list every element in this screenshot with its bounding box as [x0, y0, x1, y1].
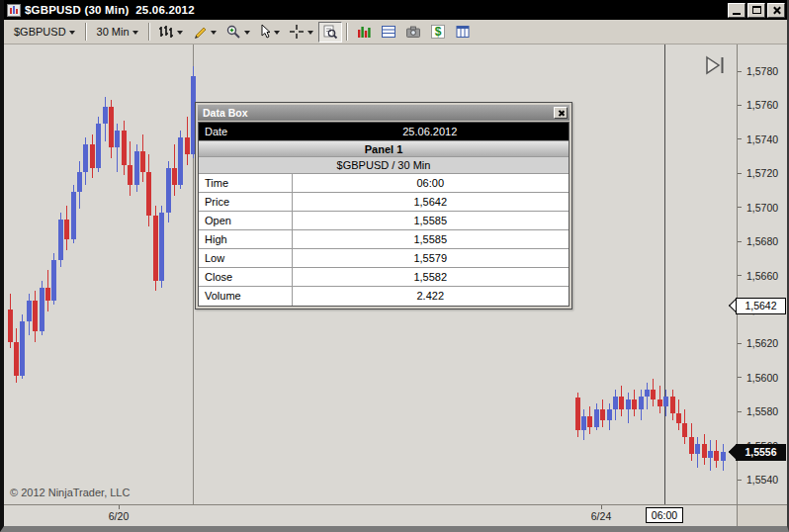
bar-body	[14, 342, 19, 376]
databox-field-row: Time 06:00	[199, 174, 569, 193]
cursor-time-marker: 06:00	[646, 507, 683, 523]
date-label: Date	[199, 123, 292, 140]
marker-price-label: 1,5642	[736, 298, 786, 314]
account-button[interactable]: $	[426, 22, 450, 43]
bar-body	[58, 220, 63, 260]
snapshot-button[interactable]	[401, 22, 425, 43]
time-axis-tick	[119, 505, 120, 509]
price-tick-label: 1,5720	[746, 167, 778, 179]
bar-body	[8, 310, 13, 342]
toolbar-separator	[346, 23, 348, 41]
field-value: 06:00	[292, 174, 570, 192]
columns-button[interactable]	[451, 22, 475, 43]
title-bar[interactable]: $GBPUSD (30 Min) 25.06.2012	[4, 0, 787, 20]
field-label: Close	[199, 268, 292, 286]
bar-body	[587, 416, 592, 426]
crosshair-price-marker: 1,5642	[730, 298, 787, 314]
copyright-label: © 2012 NinjaTrader, LLC	[10, 487, 130, 498]
window-title: $GBPUSD (30 Min) 25.06.2012	[25, 4, 726, 16]
price-tick	[738, 207, 742, 208]
chart-panel-button[interactable]	[352, 22, 376, 43]
price-axis[interactable]: 1,57801,57601,57401,57201,57001,56801,56…	[737, 44, 787, 504]
field-label: Volume	[199, 287, 292, 306]
price-tick-label: 1,5600	[746, 372, 778, 384]
crosshair-button[interactable]	[285, 22, 317, 43]
drawing-tools-button[interactable]	[188, 22, 220, 43]
price-tick	[738, 241, 742, 242]
bar-body	[626, 399, 631, 409]
bar-body	[166, 168, 171, 213]
chevron-down-icon	[274, 31, 280, 35]
bar-body	[20, 321, 25, 376]
databox-table: Date 25.06.2012 Panel 1 $GBPUSD / 30 Min…	[198, 122, 570, 307]
chart-style-button[interactable]	[154, 22, 187, 43]
magnifier-plus-icon	[225, 24, 241, 40]
toolbar: $GBPUSD 30 Min	[4, 20, 787, 44]
price-tick	[738, 105, 742, 106]
data-box-button[interactable]	[318, 22, 342, 43]
price-tick-label: 1,5660	[746, 270, 778, 282]
price-tick	[738, 173, 742, 174]
close-button[interactable]	[767, 3, 785, 18]
databox-instrument-header: $GBPUSD / 30 Min	[199, 157, 569, 174]
bar-body	[90, 144, 95, 168]
price-tick-label: 1,5580	[746, 405, 778, 417]
price-tick-label: 1,5700	[746, 202, 778, 214]
price-tick	[738, 377, 742, 378]
price-tick-label: 1,5740	[746, 133, 778, 145]
chart-window: $GBPUSD (30 Min) 25.06.2012 $GBPUSD 30 M…	[0, 0, 789, 532]
bar-body	[64, 220, 69, 240]
close-icon	[558, 110, 565, 117]
marker-price-label: 1,5556	[736, 444, 786, 461]
interval-dropdown[interactable]: 30 Min	[91, 22, 144, 43]
price-tick	[738, 411, 742, 412]
field-value: 2.422	[292, 287, 570, 306]
field-value: 1,5642	[292, 193, 570, 211]
bar-body	[33, 301, 38, 331]
data-box-icon	[322, 24, 338, 40]
price-tick	[738, 480, 742, 481]
field-value: 1,5585	[292, 230, 570, 248]
price-tick-label: 1,5680	[746, 235, 778, 247]
field-label: Low	[199, 249, 292, 267]
crosshair-vline	[664, 44, 665, 504]
chevron-down-icon	[307, 31, 313, 35]
field-value: 1,5585	[292, 212, 570, 229]
grid-button[interactable]	[377, 22, 400, 43]
maximize-button[interactable]	[747, 3, 765, 18]
bar-body	[128, 165, 132, 186]
zoom-button[interactable]	[221, 22, 254, 43]
bar-body	[581, 416, 586, 430]
minimize-button[interactable]	[728, 3, 745, 18]
chevron-down-icon	[69, 31, 75, 35]
crosshair-icon	[289, 24, 305, 40]
cursor-button[interactable]	[255, 22, 284, 43]
chevron-down-icon	[211, 31, 217, 35]
time-axis[interactable]: 6/206/2406:00	[4, 504, 737, 526]
bar-body	[658, 399, 662, 406]
grid-icon	[381, 24, 396, 40]
bar-body	[134, 151, 139, 185]
go-to-end-icon[interactable]	[703, 54, 729, 76]
databox-field-row: Price 1,5642	[199, 193, 569, 212]
databox-titlebar[interactable]: Data Box	[198, 105, 570, 121]
bar-body	[140, 151, 145, 172]
bar-body	[185, 137, 190, 154]
price-tick	[738, 138, 742, 139]
databox-close-button[interactable]	[554, 107, 568, 119]
time-axis-tick	[601, 505, 602, 509]
field-label: High	[199, 230, 292, 248]
bar-body	[77, 172, 82, 193]
bar-body	[708, 451, 713, 458]
chart-body: © 2012 NinjaTrader, LLC 1,57801,57601,57…	[4, 44, 787, 526]
bar-body	[619, 397, 624, 410]
bar-body	[670, 397, 675, 413]
instrument-dropdown[interactable]: $GBPUSD	[8, 22, 81, 43]
databox-field-row: Low 1,5579	[199, 249, 569, 268]
price-tick-label: 1,5540	[746, 474, 778, 486]
bar-body	[45, 288, 50, 302]
bar-body	[575, 398, 580, 430]
bar-body	[632, 399, 637, 409]
chevron-down-icon	[132, 31, 138, 35]
databox-field-row: Close 1,5582	[199, 268, 569, 287]
